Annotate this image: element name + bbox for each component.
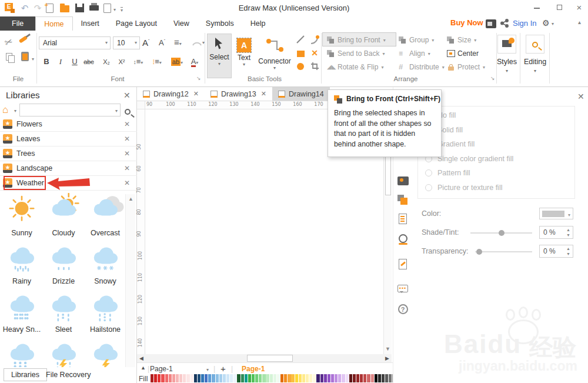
text-tool-button[interactable]: A Text▾ bbox=[233, 34, 255, 78]
select-tool-button[interactable]: Select▾ bbox=[207, 34, 232, 78]
arrange-group[interactable]: Group▾ bbox=[399, 34, 434, 46]
editing-dropdown-icon[interactable]: ▾ bbox=[517, 68, 553, 74]
rectangle-tool-icon[interactable] bbox=[295, 49, 306, 59]
maximize-button[interactable] bbox=[550, 0, 568, 15]
palette-swatch[interactable] bbox=[382, 374, 385, 382]
scroll-up-icon[interactable]: ▲ bbox=[127, 196, 135, 202]
palette-swatch[interactable] bbox=[342, 374, 345, 382]
palette-swatch[interactable] bbox=[335, 374, 338, 382]
palette-swatch[interactable] bbox=[356, 374, 359, 382]
cut-icon[interactable]: ✂ bbox=[3, 35, 14, 48]
add-page-button[interactable]: + bbox=[220, 364, 226, 374]
palette-swatch[interactable] bbox=[191, 374, 193, 382]
palette-swatch[interactable] bbox=[299, 374, 302, 382]
increase-font-icon[interactable]: Aˆ bbox=[142, 38, 149, 48]
underline-button[interactable]: U bbox=[68, 55, 81, 68]
copy-icon[interactable] bbox=[6, 53, 12, 61]
palette-swatch[interactable] bbox=[309, 374, 312, 382]
transparency-slider[interactable] bbox=[475, 251, 532, 252]
palette-swatch[interactable] bbox=[154, 374, 157, 382]
strikethrough-button[interactable]: abc bbox=[82, 55, 95, 68]
menu-tab-help[interactable]: Help bbox=[242, 16, 274, 31]
palette-swatch[interactable] bbox=[270, 374, 273, 382]
page-setup-icon[interactable] bbox=[397, 214, 409, 225]
shape-format-icon[interactable] bbox=[397, 195, 409, 207]
symbol-heavy-sn-[interactable]: Heavy Sn... bbox=[1, 289, 42, 334]
palette-swatch[interactable] bbox=[212, 374, 215, 382]
library-close-icon[interactable]: ✕ bbox=[124, 120, 130, 128]
library-close-icon[interactable]: ✕ bbox=[124, 135, 130, 143]
tab-close-icon[interactable]: ✕ bbox=[261, 90, 266, 98]
horizontal-scrollbar[interactable]: ◀ ▶ bbox=[137, 354, 392, 362]
palette-swatch[interactable] bbox=[313, 374, 316, 382]
shade-slider[interactable] bbox=[470, 232, 532, 234]
arc-tool-icon[interactable] bbox=[309, 35, 320, 46]
library-item-flowers[interactable]: ★ Flowers ✕ bbox=[0, 117, 137, 132]
palette-swatch[interactable] bbox=[363, 374, 366, 382]
dropdown-icon[interactable]: ▾ bbox=[442, 65, 445, 70]
hyperlink-globe-icon[interactable] bbox=[397, 234, 409, 246]
palette-swatch[interactable] bbox=[284, 374, 287, 382]
palette-swatch[interactable] bbox=[194, 374, 197, 382]
dropdown-icon[interactable]: ▾ bbox=[383, 38, 386, 43]
palette-swatch[interactable] bbox=[324, 374, 327, 382]
symbol-drizzle[interactable]: Drizzle bbox=[43, 241, 84, 285]
menu-tab-symbols[interactable]: Symbols bbox=[198, 16, 242, 31]
arrange-protect[interactable]: Protect▾ bbox=[447, 61, 485, 73]
document-tab-drawing13[interactable]: Drawing13✕ bbox=[205, 87, 272, 101]
palette-swatch[interactable] bbox=[233, 374, 236, 382]
symbol-cloudy[interactable]: Cloudy bbox=[43, 193, 84, 237]
arc-text-icon[interactable] bbox=[192, 39, 202, 46]
comment-icon[interactable]: ••• bbox=[397, 281, 409, 293]
palette-swatch[interactable] bbox=[302, 374, 305, 382]
line-tool-icon[interactable] bbox=[295, 35, 306, 46]
palette-swatch[interactable] bbox=[389, 374, 392, 382]
help-icon[interactable]: ? bbox=[397, 303, 409, 315]
palette-swatch[interactable] bbox=[316, 374, 319, 382]
presentation-icon[interactable] bbox=[486, 19, 496, 28]
palette-swatch[interactable] bbox=[245, 374, 248, 382]
menu-tab-home[interactable]: Home bbox=[35, 16, 72, 31]
buy-now-link[interactable]: Buy Now bbox=[450, 18, 483, 27]
palette-swatch[interactable] bbox=[252, 374, 255, 382]
page-dropdown-icon[interactable]: ▾ bbox=[206, 367, 209, 372]
text-highlight-icon[interactable]: ab▾ bbox=[171, 55, 183, 68]
palette-swatch[interactable] bbox=[331, 374, 334, 382]
text-align-icon[interactable]: ≡▾ bbox=[174, 37, 182, 47]
close-button[interactable]: × bbox=[570, 0, 588, 15]
palette-swatch[interactable] bbox=[288, 374, 290, 382]
pages-collapse-icon[interactable]: ▲ bbox=[141, 365, 146, 371]
sign-in-link[interactable]: Sign In bbox=[513, 19, 536, 28]
palette-swatch[interactable] bbox=[248, 374, 251, 382]
palette-swatch[interactable] bbox=[241, 374, 244, 382]
palette-swatch[interactable] bbox=[367, 374, 370, 382]
ellipse-tool-icon[interactable] bbox=[295, 62, 306, 72]
page-select[interactable]: Page-1 bbox=[150, 365, 173, 373]
arrange-align[interactable]: ≡Align▾ bbox=[399, 48, 430, 59]
palette-swatch[interactable] bbox=[205, 374, 208, 382]
line-spacing-icon[interactable]: ↕≡▾ bbox=[132, 55, 145, 68]
palette-swatch[interactable] bbox=[266, 374, 269, 382]
search-icon[interactable] bbox=[125, 109, 131, 115]
arrange-size[interactable]: Size▾ bbox=[447, 34, 476, 46]
library-close-icon[interactable]: ✕ bbox=[124, 164, 130, 172]
arrange-dialog-launcher-icon[interactable]: ↘ bbox=[490, 75, 495, 81]
bullet-list-icon[interactable]: ⁝≡▾ bbox=[151, 55, 163, 68]
palette-swatch[interactable] bbox=[255, 374, 258, 382]
palette-swatch[interactable] bbox=[295, 374, 298, 382]
dropdown-icon[interactable]: ▾ bbox=[381, 65, 383, 70]
superscript-button[interactable]: X² bbox=[115, 55, 128, 68]
palette-swatch[interactable] bbox=[151, 374, 153, 382]
palette-swatch[interactable] bbox=[328, 374, 330, 382]
transparency-spinner[interactable]: 0 %▲▼ bbox=[539, 245, 573, 258]
libraries-close-icon[interactable]: ✕ bbox=[123, 91, 131, 100]
tab-close-icon[interactable]: ✕ bbox=[193, 90, 199, 98]
symbol-sunny[interactable]: Sunny bbox=[1, 193, 42, 237]
menu-tab-insert[interactable]: Insert bbox=[73, 16, 108, 31]
palette-swatch[interactable] bbox=[237, 374, 240, 382]
home-dropdown-icon[interactable]: ▾ bbox=[14, 108, 16, 114]
library-scrollbar[interactable]: ▲ ▼ bbox=[125, 194, 135, 383]
library-item-trees[interactable]: ★ Trees ✕ bbox=[0, 146, 137, 161]
scroll-right-icon[interactable]: ▶ bbox=[383, 355, 391, 362]
shade-spinner[interactable]: 0 %▲▼ bbox=[539, 226, 573, 239]
